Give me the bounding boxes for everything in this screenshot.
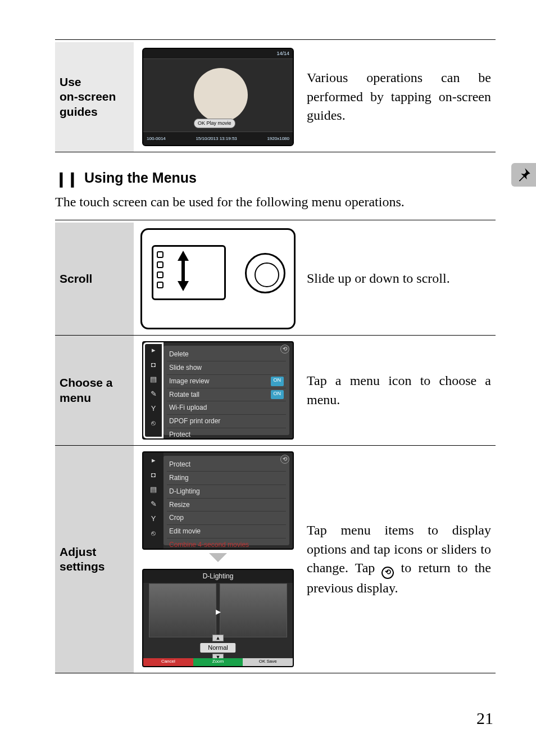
movie-icon: ▤ (148, 375, 159, 384)
down-triangle-icon (207, 552, 229, 563)
menu-panel: Protect Rating D-Lighting Resize Crop Ed… (163, 456, 289, 545)
menus-top-rule (55, 220, 496, 220)
cancel-hint: Cancel (143, 658, 193, 666)
photo-thumbnail (194, 68, 248, 122)
menu-item: Crop (169, 513, 184, 523)
label-text: menu (60, 391, 91, 404)
menu-item: Rating (169, 473, 189, 483)
d-lighting-screen: D-Lighting ▸ ▲ Normal ▼ Cancel Zoom OK S… (142, 569, 294, 667)
heading-bars-icon: ❙❙ (55, 169, 78, 189)
label-text: guides (60, 105, 98, 118)
mode-label: Normal (200, 643, 235, 653)
camera-icon: ◘ (148, 360, 159, 369)
wifi-icon: ⎋ (148, 529, 159, 538)
menu-item: Slide show (169, 363, 202, 373)
folder-id: 100-0014 (147, 135, 166, 142)
top-rule (55, 39, 496, 40)
row-scroll: Scroll Slide up or down to scroll. (55, 223, 496, 336)
row-image-adjust: ⟲ ▸ ◘ ▤ ✎ Y ⎋ Protect Rating D-Lighting … (134, 446, 302, 673)
brush-icon: ✎ (148, 500, 159, 509)
menu-item: Wi-Fi upload (169, 403, 207, 413)
timestamp: 15/10/2013 13:19:53 (196, 135, 237, 142)
menu-icon-column: ▸ ◘ ▤ ✎ Y ⎋ (143, 452, 163, 549)
label-text: Choose a (60, 376, 113, 389)
row-desc-scroll: Slide up or down to scroll. (302, 223, 496, 336)
menu-item: Resize (169, 500, 190, 510)
heading-text: Using the Menus (84, 170, 197, 185)
zoom-hint: Zoom (193, 658, 243, 666)
camera-icon: ◘ (148, 470, 159, 479)
label-text: settings (60, 560, 105, 573)
on-badge: ON (271, 390, 284, 400)
lens-icon (245, 253, 285, 293)
wrench-icon: Y (148, 404, 159, 413)
label-text: Adjust (60, 545, 96, 558)
row-label-choose: Choose a menu (55, 336, 134, 446)
row-desc-choose: Tap a menu icon to choose a menu. (302, 336, 496, 446)
row-image-guides: 14/14 OK Play movie 100-0014 15/10/2013 … (134, 42, 302, 152)
menu-screen-choose: ⟲ ▸ ◘ ▤ ✎ Y ⎋ Delete Slide show Image re… (142, 341, 294, 440)
menu-screen-adjust: ⟲ ▸ ◘ ▤ ✎ Y ⎋ Protect Rating D-Lighting … (142, 451, 294, 550)
section-body-text: The touch screen can be used for the fol… (55, 192, 496, 212)
chapter-tab (511, 163, 536, 187)
menu-item: Protect (169, 460, 190, 469)
compare-arrow-icon: ▸ (216, 605, 221, 619)
pushpin-icon (516, 167, 532, 183)
row-desc-guides: Various operations can be performed by t… (302, 42, 496, 152)
menu-item: Delete (169, 350, 189, 359)
playback-counter: 14/14 (143, 49, 293, 59)
menu-item: Edit movie (169, 527, 201, 536)
label-text: Use (60, 75, 81, 88)
menu-item: Image review (169, 377, 209, 386)
row-image-choose: ⟲ ▸ ◘ ▤ ✎ Y ⎋ Delete Slide show Image re… (134, 336, 302, 446)
dlight-title: D-Lighting (143, 570, 293, 583)
row-choose-menu: Choose a menu ⟲ ▸ ◘ ▤ ✎ Y ⎋ Delete Slide… (55, 336, 496, 446)
wifi-icon: ⎋ (148, 419, 159, 428)
play-movie-tag: OK Play movie (194, 119, 235, 128)
svg-marker-0 (209, 553, 227, 562)
menu-item: DPOF print order (169, 417, 220, 426)
menu-item: D-Lighting (169, 487, 200, 496)
menu-item: Combine 4-second movies (169, 540, 249, 550)
camera-body-diagram (140, 228, 296, 329)
guides-table: Use on-screen guides 14/14 OK Play movie… (55, 42, 496, 152)
row-desc-adjust: Tap menu items to display options and ta… (302, 446, 496, 673)
row-adjust-settings: Adjust settings ⟲ ▸ ◘ ▤ ✎ Y ⎋ Protect (55, 446, 496, 673)
step-up-button: ▲ (212, 635, 224, 641)
menu-item: Protect (169, 430, 190, 440)
row-label-guides: Use on-screen guides (55, 42, 134, 152)
scroll-down-arrow-icon (178, 281, 189, 291)
row-label-scroll: Scroll (55, 223, 134, 336)
section-heading-using-menus: ❙❙ Using the Menus (55, 168, 496, 189)
movie-icon: ▤ (148, 485, 159, 494)
menu-panel: Delete Slide show Image reviewON Rotate … (163, 346, 289, 435)
label-text: on-screen (60, 90, 116, 103)
save-hint: OK Save (243, 658, 293, 666)
camera-playback-screen: 14/14 OK Play movie 100-0014 15/10/2013 … (142, 48, 294, 146)
on-badge: ON (271, 377, 284, 386)
return-icon: ⟲ (381, 567, 394, 579)
playback-info-bar: 100-0014 15/10/2013 13:19:53 1920x1080 (143, 132, 293, 145)
play-icon: ▸ (148, 456, 159, 465)
wrench-icon: Y (148, 514, 159, 523)
menu-item: Rotate tall (169, 390, 199, 400)
play-icon: ▸ (148, 346, 159, 355)
row-label-adjust: Adjust settings (55, 446, 134, 673)
menus-table: Scroll Slide up or down to scroll. Choos… (55, 223, 496, 673)
lcd-icon (152, 245, 226, 300)
dlight-footer: Cancel Zoom OK Save (143, 658, 293, 666)
menu-icon-column: ▸ ◘ ▤ ✎ Y ⎋ (143, 342, 163, 438)
brush-icon: ✎ (148, 390, 159, 399)
row-use-onscreen-guides: Use on-screen guides 14/14 OK Play movie… (55, 42, 496, 152)
row-image-scroll (134, 223, 302, 336)
page-number: 21 (476, 707, 493, 730)
resolution: 1920x1080 (267, 135, 289, 142)
